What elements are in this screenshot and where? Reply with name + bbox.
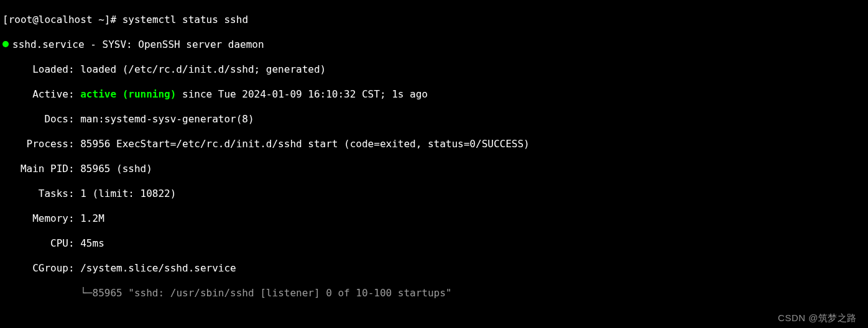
- service-loaded: Loaded: loaded (/etc/rc.d/init.d/sshd; g…: [2, 63, 866, 76]
- service-cgroup-child: └─85965 "sshd: /usr/sbin/sshd [listener]…: [2, 287, 866, 299]
- service-cpu: CPU: 45ms: [2, 237, 866, 250]
- watermark: CSDN @筑梦之路: [778, 312, 857, 324]
- service-cgroup: CGroup: /system.slice/sshd.service: [2, 262, 866, 275]
- service-memory: Memory: 1.2M: [2, 212, 866, 225]
- command-status: systemctl status sshd: [122, 14, 248, 25]
- status-dot-icon: [2, 41, 9, 47]
- service-header: sshd.service - SYSV: OpenSSH server daem…: [2, 39, 866, 51]
- service-tasks: Tasks: 1 (limit: 10822): [2, 188, 866, 200]
- blank-line: [2, 312, 866, 324]
- service-process: Process: 85956 ExecStart=/etc/rc.d/init.…: [2, 138, 866, 150]
- terminal[interactable]: [root@localhost ~]# systemctl status ssh…: [0, 0, 868, 328]
- service-active: Active: active (running) since Tue 2024-…: [2, 88, 866, 101]
- service-mainpid: Main PID: 85965 (sshd): [2, 163, 866, 175]
- prompt-line-1: [root@localhost ~]# systemctl status ssh…: [2, 14, 866, 26]
- active-state: active (running): [80, 88, 176, 100]
- service-docs: Docs: man:systemd-sysv-generator(8): [2, 113, 866, 125]
